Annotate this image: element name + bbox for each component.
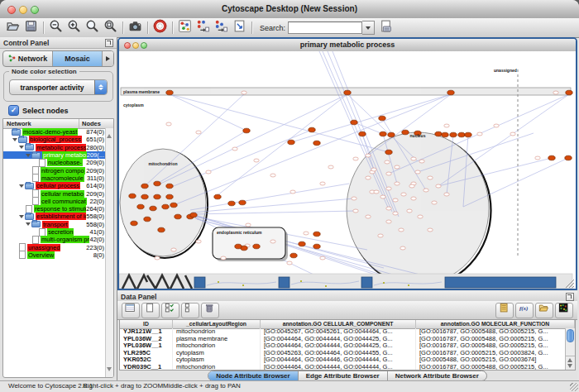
network-node-highlighted[interactable] [166, 90, 173, 95]
zoom-view-button[interactable] [141, 42, 147, 49]
network-node-unhighlighted[interactable] [371, 168, 376, 171]
tab-edge-attribute-browser[interactable]: Edge Attribute Browser [299, 371, 388, 380]
network-node-unhighlighted[interactable] [418, 215, 423, 218]
formula-builder-button[interactable]: f(x) [515, 303, 534, 318]
tree-row-response-to-stimulu[interactable]: response to stimulu264(0) [3, 205, 106, 213]
network-node-highlighted[interactable] [402, 130, 409, 135]
network-node-highlighted[interactable] [442, 132, 448, 137]
save-button[interactable] [23, 20, 39, 36]
network-node-unhighlighted[interactable] [221, 256, 226, 260]
session-file-button[interactable] [378, 20, 394, 36]
network-node-unhighlighted[interactable] [166, 122, 171, 126]
network-node-highlighted[interactable] [150, 206, 156, 211]
network-node-highlighted[interactable] [548, 155, 555, 160]
attr-select-button[interactable] [161, 303, 179, 318]
table-scrollbar[interactable] [565, 328, 575, 370]
network-node-highlighted[interactable] [566, 90, 572, 95]
network-node-unhighlighted[interactable] [232, 147, 237, 151]
network-node-highlighted[interactable] [175, 214, 181, 219]
network-node-highlighted[interactable] [288, 140, 294, 145]
network-node-highlighted[interactable] [166, 194, 173, 199]
close-window-button[interactable] [7, 6, 16, 14]
network-node-highlighted[interactable] [435, 131, 442, 136]
network-node-highlighted[interactable] [243, 128, 250, 133]
scrollbar-thumb[interactable] [567, 329, 574, 342]
scroll-down-icon[interactable] [107, 367, 112, 376]
network-node-highlighted[interactable] [141, 184, 148, 189]
column-header[interactable]: ID [120, 320, 173, 328]
network-node-highlighted[interactable] [565, 155, 572, 160]
matrix-view-button[interactable] [555, 303, 573, 318]
table-row[interactable]: YLR295Ccytoplasm[GO:0045263, GO:0044464,… [120, 350, 566, 357]
network-node-unhighlighted[interactable] [378, 234, 383, 237]
network-node-unhighlighted[interactable] [444, 193, 449, 196]
network-node-highlighted[interactable] [385, 150, 392, 155]
zoom-window-button[interactable] [31, 6, 39, 14]
tree-row-cellular-metabo[interactable]: cellular metabo209(0) [3, 189, 106, 197]
network-node-highlighted[interactable] [313, 141, 320, 146]
network-overview-button[interactable] [177, 20, 193, 36]
import-attrs-button[interactable] [495, 303, 514, 318]
tree-row-biological-process[interactable]: biological_process651(0) [3, 136, 106, 143]
search-dropdown-button[interactable] [362, 21, 375, 35]
network-node-highlighted[interactable] [344, 90, 351, 95]
network-node-highlighted[interactable] [170, 203, 177, 208]
expand-triangle-icon[interactable] [19, 184, 24, 188]
expand-triangle-icon[interactable] [19, 146, 24, 149]
tree-row-macromolecule[interactable]: macromolecule311(0) [3, 174, 106, 182]
network-node-unhighlighted[interactable] [353, 209, 358, 213]
expand-triangle-icon[interactable] [26, 154, 31, 157]
network-node-unhighlighted[interactable] [386, 220, 391, 223]
tab-node-attribute-browser[interactable]: Node Attribute Browser [208, 371, 299, 380]
network-node-unhighlighted[interactable] [393, 212, 398, 215]
minimize-view-button[interactable] [132, 42, 139, 49]
network-node-highlighted[interactable] [450, 132, 457, 137]
tree-row-primary-metabo[interactable]: primary metabo209(... [3, 151, 106, 159]
network-node-unhighlighted[interactable] [494, 124, 499, 127]
network-node-unhighlighted[interactable] [270, 240, 275, 243]
network-node-unhighlighted[interactable] [196, 131, 201, 134]
network-node-highlighted[interactable] [379, 116, 385, 121]
network-edge[interactable] [157, 94, 347, 185]
open-folder-button[interactable] [5, 20, 21, 36]
tab-network-attribute-browser[interactable]: Network Attribute Browser [388, 371, 486, 380]
window-resize-grip[interactable] [570, 383, 578, 391]
annotation-select-button[interactable] [232, 20, 247, 36]
network-node-highlighted[interactable] [299, 241, 305, 246]
network-node-unhighlighted[interactable] [320, 182, 325, 185]
network-node-highlighted[interactable] [228, 201, 235, 206]
network-node-highlighted[interactable] [253, 244, 260, 249]
close-view-button[interactable] [124, 42, 131, 49]
network-node-unhighlighted[interactable] [328, 165, 333, 169]
network-node-unhighlighted[interactable] [155, 256, 160, 260]
network-node-unhighlighted[interactable] [386, 172, 391, 175]
network-node-highlighted[interactable] [309, 127, 315, 132]
network-node-unhighlighted[interactable] [386, 207, 391, 210]
network-node-highlighted[interactable] [154, 181, 160, 186]
network-node-highlighted[interactable] [359, 131, 366, 136]
network-node-highlighted[interactable] [129, 194, 136, 198]
network-node-unhighlighted[interactable] [553, 91, 558, 94]
network-node-highlighted[interactable] [137, 204, 144, 209]
network-node-unhighlighted[interactable] [254, 159, 259, 162]
minimize-window-button[interactable] [19, 6, 27, 14]
zoom-in-button[interactable] [66, 20, 82, 36]
network-node-unhighlighted[interactable] [242, 91, 246, 94]
search-input[interactable] [288, 22, 362, 34]
expand-triangle-icon[interactable] [26, 222, 31, 226]
network-node-highlighted[interactable] [458, 132, 465, 137]
network-node-unhighlighted[interactable] [535, 156, 540, 160]
network-node-highlighted[interactable] [447, 90, 454, 95]
network-node-unhighlighted[interactable] [411, 197, 416, 200]
network-node-unhighlighted[interactable] [171, 248, 176, 251]
network-node-highlighted[interactable] [290, 253, 297, 258]
network-node-unhighlighted[interactable] [419, 160, 424, 163]
tree-row-cell-communicat[interactable]: cell communicat22(0) [3, 198, 106, 205]
network-node-unhighlighted[interactable] [374, 190, 379, 194]
network-node-unhighlighted[interactable] [366, 176, 371, 179]
attr-table-button[interactable] [122, 303, 140, 318]
network-node-unhighlighted[interactable] [246, 223, 251, 227]
column-header[interactable]: annotation.GO CELLULAR_COMPONENT [261, 320, 416, 328]
network-node-highlighted[interactable] [465, 132, 471, 137]
float-panel-icon[interactable] [566, 293, 574, 301]
